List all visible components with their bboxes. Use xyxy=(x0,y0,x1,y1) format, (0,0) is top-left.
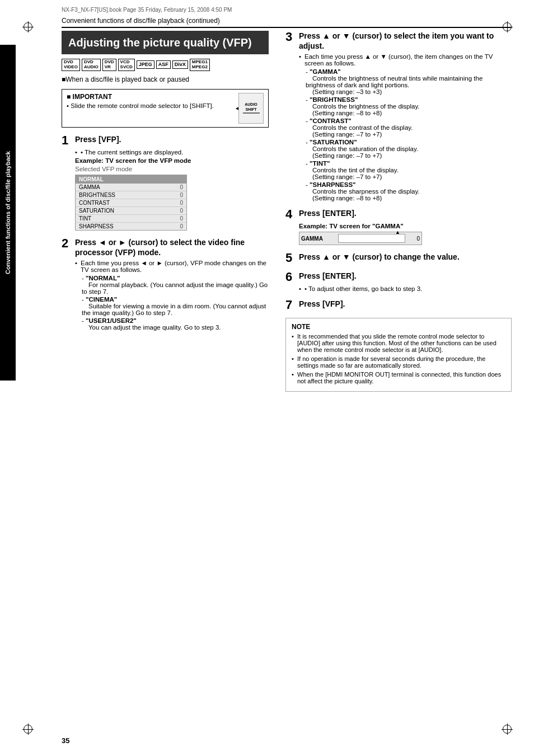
brightness-label: "BRIGHTNESS" xyxy=(310,96,358,103)
step-6-header: 6 Press [ENTER]. xyxy=(285,271,512,283)
brightness-desc: Controls the brightness of the display. xyxy=(306,103,420,110)
step-2-body: Each time you press ◄ or ► (cursor), VFP… xyxy=(75,260,269,331)
vfp-label-gamma: GAMMA xyxy=(79,184,100,190)
brightness-range: (Setting range: –8 to +8) xyxy=(306,110,382,116)
step-4-number: 4 xyxy=(285,208,296,220)
step-2: 2 Press ◄ or ► (cursor) to select the vi… xyxy=(62,237,269,331)
gamma-bar-wrapper: ▲ xyxy=(338,234,405,243)
vfp-row-sharpness: SHARPNESS 0 xyxy=(76,223,186,230)
step-1-title: Press [VFP]. xyxy=(75,134,121,144)
crosshair-top-left xyxy=(22,21,34,32)
step-2-bullet: Each time you press ◄ or ► (cursor), VFP… xyxy=(75,260,269,273)
step-4-header: 4 Press [ENTER]. xyxy=(285,208,512,220)
important-text: ■ IMPORTANT • Slide the remote control m… xyxy=(67,93,234,109)
vfp-val-saturation: 0 xyxy=(180,208,183,214)
step-5: 5 Press ▲ or ▼ (cursor) to change the va… xyxy=(285,252,512,264)
remote-slider xyxy=(243,112,260,114)
step-3-item-tint: - "TINT" Controls the tint of the displa… xyxy=(299,160,512,180)
badge-divx: DivX xyxy=(172,60,188,69)
badge-asf: ASF xyxy=(156,60,171,69)
important-box: ■ IMPORTANT • Slide the remote control m… xyxy=(62,89,269,128)
when-text: ■When a disc/file is played back or paus… xyxy=(62,76,269,83)
vfp-row-brightness: BRIGHTNESS 0 xyxy=(76,191,186,199)
step-5-number: 5 xyxy=(285,252,296,264)
main-content: Adjusting the picture quality (VFP) DVDV… xyxy=(62,31,512,722)
side-tab-text: Convenient functions of disc/file playba… xyxy=(4,151,11,274)
step-3-item-brightness: - "BRIGHTNESS" Controls the brightness o… xyxy=(299,96,512,116)
step-3-number: 3 xyxy=(285,31,296,43)
tint-desc: Controls the tint of the display. xyxy=(306,167,399,173)
step-1-desc: • The current settings are displayed. xyxy=(75,149,269,156)
step-4: 4 Press [ENTER]. Example: TV screen for … xyxy=(285,208,512,245)
step-3-item-sharpness: - "SHARPNESS" Controls the sharpness of … xyxy=(299,181,512,201)
step-1: 1 Press [VFP]. • The current settings ar… xyxy=(62,134,269,231)
step-2-header: 2 Press ◄ or ► (cursor) to select the vi… xyxy=(62,237,269,257)
saturation-label: "SATURATION" xyxy=(310,139,357,145)
vfp-screen-header: NORMAL xyxy=(76,175,186,184)
gamma-value: 0 xyxy=(409,236,420,242)
vfp-label-tint: TINT xyxy=(79,215,91,222)
step-3-title: Press ▲ or ▼ (cursor) to select the item… xyxy=(299,31,512,51)
cinema-desc: Suitable for viewing a movie in a dim ro… xyxy=(82,303,266,316)
vfp-label-contrast: CONTRAST xyxy=(79,200,110,206)
badge-jpeg: JPEG xyxy=(137,60,154,69)
badge-dvd-audio: DVDAUDIO xyxy=(82,59,101,71)
step-2-item-cinema: - "CINEMA" Suitable for viewing a movie … xyxy=(75,296,269,316)
note-item-2: If no operation is made for several seco… xyxy=(292,355,505,369)
gamma-screen: GAMMA ▲ 0 xyxy=(299,232,422,245)
step-7-header: 7 Press [VFP]. xyxy=(285,299,512,311)
normal-label: "NORMAL" xyxy=(86,275,120,281)
step-3-item-saturation: - "SATURATION" Controls the saturation o… xyxy=(299,139,512,159)
tint-range: (Setting range: –7 to +7) xyxy=(306,173,382,180)
format-badges: DVDVIDEO DVDAUDIO DVDVR VCDSVCD JPEG ASF… xyxy=(62,59,269,71)
step-1-example-label: Example: TV screen for the VFP mode xyxy=(75,157,269,164)
step-6-title: Press [ENTER]. xyxy=(299,271,357,281)
step-3-item-gamma: - "GAMMA" Controls the brightness of neu… xyxy=(299,68,512,95)
badge-dvd-video: DVDVIDEO xyxy=(62,59,80,71)
badge-dvd-vr: DVDVR xyxy=(102,59,116,71)
step-2-item-normal: - "NORMAL" For normal playback. (You can… xyxy=(75,275,269,295)
gamma-label: "GAMMA" xyxy=(310,68,341,75)
remote-control-icon: AUDIO SHIFT xyxy=(238,93,264,124)
cinema-label: "CINEMA" xyxy=(86,296,117,303)
tint-label: "TINT" xyxy=(310,160,330,167)
vfp-screen: NORMAL GAMMA 0 BRIGHTNESS 0 CONTRAST 0 xyxy=(75,175,187,231)
important-title: ■ IMPORTANT xyxy=(67,93,234,101)
vfp-val-contrast: 0 xyxy=(180,200,183,206)
section-title: Adjusting the picture quality (VFP) xyxy=(62,31,269,54)
gamma-bar xyxy=(338,234,405,243)
step-3-body: Each time you press ▲ or ▼ (cursor), the… xyxy=(299,53,512,201)
sharpness-range: (Setting range: –8 to +8) xyxy=(306,195,382,201)
vfp-val-sharpness: 0 xyxy=(180,223,183,229)
saturation-range: (Setting range: –7 to +7) xyxy=(306,152,382,159)
remote-audio-label: AUDIO xyxy=(245,102,257,106)
step-7: 7 Press [VFP]. xyxy=(285,299,512,311)
note-item-3: When the [HDMI MONITOR OUT] terminal is … xyxy=(292,371,505,384)
remote-icon-wrapper: ◄ AUDIO SHIFT xyxy=(238,93,264,124)
gamma-desc: Controls the brightness of neutral tints… xyxy=(306,75,483,88)
step-4-body: Example: TV screen for "GAMMA" GAMMA ▲ 0 xyxy=(299,223,512,245)
vfp-row-gamma: GAMMA 0 xyxy=(76,184,186,191)
vfp-row-saturation: SATURATION 0 xyxy=(76,207,186,215)
step-4-example-label: Example: TV screen for "GAMMA" xyxy=(299,223,512,229)
step-3: 3 Press ▲ or ▼ (cursor) to select the it… xyxy=(285,31,512,201)
gamma-range: (Setting range: –3 to +3) xyxy=(306,88,382,95)
important-content: • Slide the remote control mode selector… xyxy=(67,102,234,109)
step-3-item-contrast: - "CONTRAST" Controls the contrast of th… xyxy=(299,118,512,138)
vfp-val-brightness: 0 xyxy=(180,192,183,198)
normal-desc: For normal playback. (You cannot adjust … xyxy=(82,281,268,295)
contrast-label: "CONTRAST" xyxy=(310,118,352,124)
step-1-body: • The current settings are displayed. Ex… xyxy=(75,149,269,231)
crosshair-bottom-right xyxy=(502,724,513,735)
step-6-desc: • To adjust other items, go back to step… xyxy=(299,285,512,292)
user-label: "USER1/USER2" xyxy=(86,317,137,324)
side-tab: Convenient functions of disc/file playba… xyxy=(0,45,16,381)
saturation-desc: Controls the saturation of the display. xyxy=(306,145,418,152)
note-item-1: It is recommended that you slide the rem… xyxy=(292,333,505,353)
sharpness-desc: Controls the sharpness of the display. xyxy=(306,188,420,195)
user-desc: You can adjust the image quality. Go to … xyxy=(82,324,221,331)
step-2-number: 2 xyxy=(62,237,72,250)
gamma-screen-label: GAMMA xyxy=(301,236,335,242)
step-2-title: Press ◄ or ► (cursor) to select the vide… xyxy=(75,237,269,257)
step-4-title: Press [ENTER]. xyxy=(299,208,357,218)
